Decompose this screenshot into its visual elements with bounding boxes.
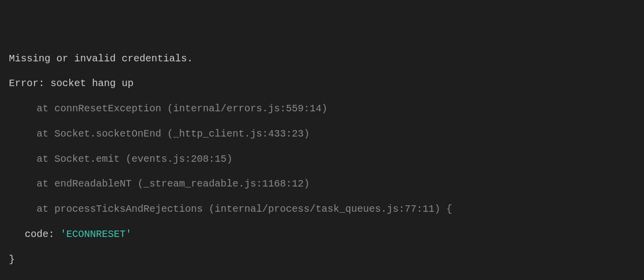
error-code-line: code: 'ECONNRESET' bbox=[9, 228, 644, 240]
stack-trace-line: at endReadableNT (_stream_readable.js:11… bbox=[9, 178, 644, 190]
terminal-line: Missing or invalid credentials. bbox=[9, 279, 644, 280]
terminal-line: Missing or invalid credentials. bbox=[9, 52, 644, 65]
terminal-line: } bbox=[9, 253, 644, 266]
terminal-line: Error: socket hang up bbox=[9, 77, 644, 90]
stack-trace-line: at connResetException (internal/errors.j… bbox=[9, 102, 644, 115]
code-value: 'ECONNRESET' bbox=[60, 229, 132, 240]
stack-trace-line: at Socket.emit (events.js:208:15) bbox=[9, 153, 644, 165]
stack-trace-line: at processTicksAndRejections (internal/p… bbox=[9, 203, 644, 215]
code-label: code: bbox=[25, 229, 60, 240]
stack-trace-line: at Socket.socketOnEnd (_http_client.js:4… bbox=[9, 128, 644, 140]
